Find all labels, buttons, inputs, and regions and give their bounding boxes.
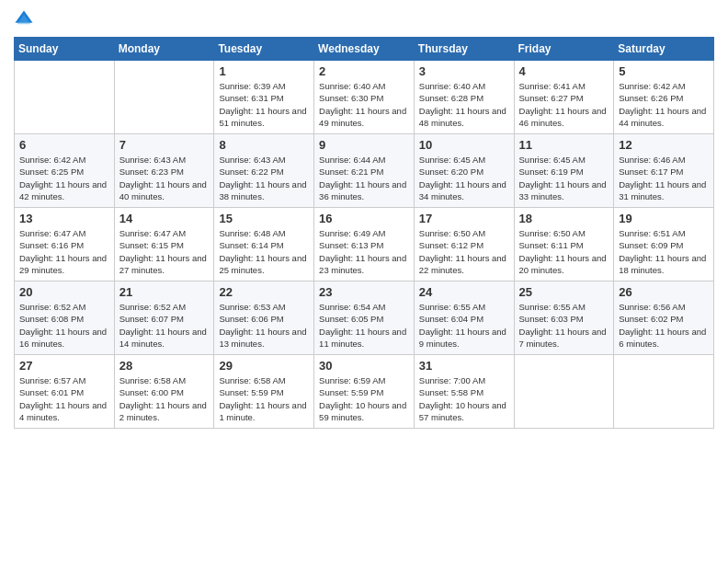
day-info: Sunrise: 6:42 AMSunset: 6:26 PMDaylight:… — [619, 80, 709, 129]
day-number: 21 — [119, 285, 210, 299]
calendar-cell: 19Sunrise: 6:51 AMSunset: 6:09 PMDayligh… — [614, 208, 714, 282]
day-header-saturday: Saturday — [614, 38, 714, 61]
day-number: 20 — [19, 285, 109, 299]
day-info: Sunrise: 6:52 AMSunset: 6:07 PMDaylight:… — [119, 301, 210, 350]
day-info: Sunrise: 6:55 AMSunset: 6:03 PMDaylight:… — [519, 301, 609, 350]
day-info: Sunrise: 6:54 AMSunset: 6:05 PMDaylight:… — [319, 301, 409, 350]
calendar-cell: 28Sunrise: 6:58 AMSunset: 6:00 PMDayligh… — [114, 355, 214, 429]
day-number: 13 — [19, 212, 109, 225]
calendar-cell: 22Sunrise: 6:53 AMSunset: 6:06 PMDayligh… — [214, 282, 314, 355]
calendar-cell — [514, 355, 614, 429]
day-info: Sunrise: 6:43 AMSunset: 6:22 PMDaylight:… — [219, 154, 309, 202]
day-info: Sunrise: 6:40 AMSunset: 6:28 PMDaylight:… — [419, 80, 509, 129]
day-info: Sunrise: 6:49 AMSunset: 6:13 PMDaylight:… — [319, 227, 409, 276]
day-number: 10 — [419, 138, 509, 152]
day-number: 4 — [519, 64, 609, 78]
day-number: 31 — [419, 359, 509, 373]
day-info: Sunrise: 6:42 AMSunset: 6:25 PMDaylight:… — [19, 154, 109, 202]
calendar-cell: 20Sunrise: 6:52 AMSunset: 6:08 PMDayligh… — [15, 282, 115, 355]
day-header-tuesday: Tuesday — [214, 38, 314, 61]
day-number: 18 — [519, 212, 609, 225]
calendar-table: SundayMondayTuesdayWednesdayThursdayFrid… — [14, 37, 714, 429]
day-info: Sunrise: 6:45 AMSunset: 6:19 PMDaylight:… — [519, 154, 609, 202]
day-info: Sunrise: 6:47 AMSunset: 6:15 PMDaylight:… — [119, 227, 210, 276]
day-info: Sunrise: 6:50 AMSunset: 6:12 PMDaylight:… — [419, 227, 509, 276]
day-header-wednesday: Wednesday — [314, 38, 415, 61]
day-info: Sunrise: 6:41 AMSunset: 6:27 PMDaylight:… — [519, 80, 609, 129]
day-number: 16 — [319, 212, 409, 225]
day-header-thursday: Thursday — [414, 38, 514, 61]
day-number: 2 — [319, 64, 409, 78]
day-number: 14 — [119, 212, 210, 225]
calendar-cell: 5Sunrise: 6:42 AMSunset: 6:26 PMDaylight… — [614, 61, 714, 134]
calendar-cell: 26Sunrise: 6:56 AMSunset: 6:02 PMDayligh… — [614, 282, 714, 355]
header — [14, 9, 714, 29]
calendar-cell: 23Sunrise: 6:54 AMSunset: 6:05 PMDayligh… — [314, 282, 415, 355]
day-header-sunday: Sunday — [15, 38, 115, 61]
day-info: Sunrise: 6:57 AMSunset: 6:01 PMDaylight:… — [19, 374, 109, 423]
day-info: Sunrise: 6:39 AMSunset: 6:31 PMDaylight:… — [219, 80, 309, 129]
calendar-cell: 18Sunrise: 6:50 AMSunset: 6:11 PMDayligh… — [514, 208, 614, 282]
day-number: 1 — [219, 64, 309, 78]
calendar-cell: 21Sunrise: 6:52 AMSunset: 6:07 PMDayligh… — [114, 282, 214, 355]
day-number: 24 — [419, 285, 509, 299]
page: SundayMondayTuesdayWednesdayThursdayFrid… — [0, 0, 728, 563]
day-number: 19 — [619, 212, 709, 225]
day-number: 7 — [119, 138, 210, 152]
calendar-cell: 31Sunrise: 7:00 AMSunset: 5:58 PMDayligh… — [414, 355, 514, 429]
day-number: 26 — [619, 285, 709, 299]
calendar-cell: 7Sunrise: 6:43 AMSunset: 6:23 PMDaylight… — [114, 134, 214, 208]
day-number: 23 — [319, 285, 409, 299]
day-info: Sunrise: 6:44 AMSunset: 6:21 PMDaylight:… — [319, 154, 409, 202]
calendar-cell: 29Sunrise: 6:58 AMSunset: 5:59 PMDayligh… — [214, 355, 314, 429]
day-info: Sunrise: 6:45 AMSunset: 6:20 PMDaylight:… — [419, 154, 509, 202]
day-number: 28 — [119, 359, 210, 373]
day-info: Sunrise: 6:40 AMSunset: 6:30 PMDaylight:… — [319, 80, 409, 129]
day-info: Sunrise: 6:59 AMSunset: 5:59 PMDaylight:… — [319, 374, 409, 423]
calendar-cell: 9Sunrise: 6:44 AMSunset: 6:21 PMDaylight… — [314, 134, 415, 208]
day-number: 30 — [319, 359, 409, 373]
week-row-4: 20Sunrise: 6:52 AMSunset: 6:08 PMDayligh… — [15, 282, 714, 355]
week-row-2: 6Sunrise: 6:42 AMSunset: 6:25 PMDaylight… — [15, 134, 714, 208]
day-number: 29 — [219, 359, 309, 373]
day-info: Sunrise: 6:55 AMSunset: 6:04 PMDaylight:… — [419, 301, 509, 350]
day-header-monday: Monday — [114, 38, 214, 61]
calendar-cell — [614, 355, 714, 429]
day-info: Sunrise: 6:51 AMSunset: 6:09 PMDaylight:… — [619, 227, 709, 276]
calendar-cell: 14Sunrise: 6:47 AMSunset: 6:15 PMDayligh… — [114, 208, 214, 282]
day-info: Sunrise: 6:47 AMSunset: 6:16 PMDaylight:… — [19, 227, 109, 276]
day-number: 6 — [19, 138, 109, 152]
day-info: Sunrise: 6:50 AMSunset: 6:11 PMDaylight:… — [519, 227, 609, 276]
calendar-cell: 4Sunrise: 6:41 AMSunset: 6:27 PMDaylight… — [514, 61, 614, 134]
day-info: Sunrise: 6:52 AMSunset: 6:08 PMDaylight:… — [19, 301, 109, 350]
calendar-cell: 8Sunrise: 6:43 AMSunset: 6:22 PMDaylight… — [214, 134, 314, 208]
calendar-cell: 17Sunrise: 6:50 AMSunset: 6:12 PMDayligh… — [414, 208, 514, 282]
day-info: Sunrise: 6:56 AMSunset: 6:02 PMDaylight:… — [619, 301, 709, 350]
logo-icon — [14, 9, 34, 29]
week-row-1: 1Sunrise: 6:39 AMSunset: 6:31 PMDaylight… — [15, 61, 714, 134]
logo — [14, 9, 38, 29]
day-info: Sunrise: 6:53 AMSunset: 6:06 PMDaylight:… — [219, 301, 309, 350]
days-header-row: SundayMondayTuesdayWednesdayThursdayFrid… — [15, 38, 714, 61]
calendar-cell: 3Sunrise: 6:40 AMSunset: 6:28 PMDaylight… — [414, 61, 514, 134]
day-number: 8 — [219, 138, 309, 152]
day-number: 3 — [419, 64, 509, 78]
day-info: Sunrise: 6:58 AMSunset: 5:59 PMDaylight:… — [219, 374, 309, 423]
calendar-cell: 2Sunrise: 6:40 AMSunset: 6:30 PMDaylight… — [314, 61, 415, 134]
day-number: 27 — [19, 359, 109, 373]
day-info: Sunrise: 6:48 AMSunset: 6:14 PMDaylight:… — [219, 227, 309, 276]
calendar-cell: 10Sunrise: 6:45 AMSunset: 6:20 PMDayligh… — [414, 134, 514, 208]
week-row-3: 13Sunrise: 6:47 AMSunset: 6:16 PMDayligh… — [15, 208, 714, 282]
week-row-5: 27Sunrise: 6:57 AMSunset: 6:01 PMDayligh… — [15, 355, 714, 429]
calendar-cell: 11Sunrise: 6:45 AMSunset: 6:19 PMDayligh… — [514, 134, 614, 208]
day-number: 22 — [219, 285, 309, 299]
calendar-cell — [114, 61, 214, 134]
day-number: 9 — [319, 138, 409, 152]
calendar-cell: 15Sunrise: 6:48 AMSunset: 6:14 PMDayligh… — [214, 208, 314, 282]
calendar-cell: 24Sunrise: 6:55 AMSunset: 6:04 PMDayligh… — [414, 282, 514, 355]
day-header-friday: Friday — [514, 38, 614, 61]
calendar-cell: 13Sunrise: 6:47 AMSunset: 6:16 PMDayligh… — [15, 208, 115, 282]
day-info: Sunrise: 7:00 AMSunset: 5:58 PMDaylight:… — [419, 374, 509, 423]
calendar-cell: 30Sunrise: 6:59 AMSunset: 5:59 PMDayligh… — [314, 355, 415, 429]
day-number: 5 — [619, 64, 709, 78]
